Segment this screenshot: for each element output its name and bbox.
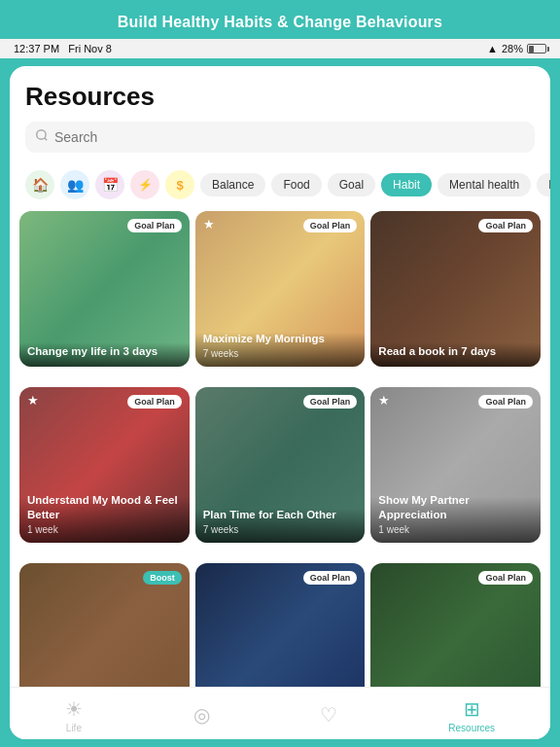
status-right: ▲ 28% bbox=[487, 43, 546, 54]
nav-icon-2: ◎ bbox=[193, 703, 210, 727]
bottom-nav: ☀ Life ◎ ♡ ⊞ Resources bbox=[10, 687, 550, 739]
card-2[interactable]: Maximize My Mornings 7 weeks Goal Plan ★ bbox=[195, 211, 366, 367]
card-2-star[interactable]: ★ bbox=[203, 217, 215, 231]
nav-resources-label: Resources bbox=[448, 723, 495, 733]
resources-nav-icon: ⊞ bbox=[464, 697, 480, 721]
card-5-title: Plan Time for Each Other bbox=[203, 508, 358, 522]
filter-chip-food[interactable]: Food bbox=[271, 173, 321, 196]
svg-point-0 bbox=[37, 130, 46, 139]
life-icon: ☀ bbox=[65, 697, 83, 721]
card-5[interactable]: Plan Time for Each Other 7 weeks Goal Pl… bbox=[195, 387, 366, 543]
top-header: Build Healthy Habits & Change Behaviours bbox=[0, 0, 560, 39]
card-6[interactable]: Show My Partner Appreciation 1 week Goal… bbox=[370, 387, 541, 543]
card-6-badge: Goal Plan bbox=[478, 395, 533, 409]
filter-home-icon[interactable]: 🏠 bbox=[25, 170, 54, 199]
card-5-badge: Goal Plan bbox=[303, 395, 358, 409]
card-9-badge: Goal Plan bbox=[478, 571, 533, 585]
card-5-duration: 7 weeks bbox=[203, 524, 358, 535]
card-3[interactable]: Read a book in 7 days Goal Plan bbox=[370, 211, 541, 367]
card-3-badge: Goal Plan bbox=[478, 219, 533, 232]
card-1-badge: Goal Plan bbox=[127, 219, 182, 232]
card-1[interactable]: Change my life in 3 days Goal Plan bbox=[19, 211, 190, 367]
filter-chip-balance[interactable]: Balance bbox=[200, 173, 265, 196]
filter-activity-icon[interactable]: ⚡ bbox=[130, 170, 159, 199]
card-6-duration: 1 week bbox=[378, 524, 533, 535]
card-2-title: Maximize My Mornings bbox=[203, 332, 358, 346]
card-4[interactable]: Understand My Mood & Feel Better 1 week … bbox=[19, 387, 190, 543]
card-4-duration: 1 week bbox=[27, 524, 182, 535]
grid-container: Change my life in 3 days Goal Plan Maxim… bbox=[10, 205, 550, 739]
resources-title: Resources bbox=[25, 82, 535, 112]
nav-item-3[interactable]: ♡ bbox=[312, 701, 345, 730]
wifi-icon: ▲ bbox=[487, 43, 498, 54]
nav-item-2[interactable]: ◎ bbox=[186, 701, 218, 730]
battery-icon bbox=[527, 44, 546, 53]
search-bar[interactable] bbox=[25, 122, 535, 153]
card-4-title: Understand My Mood & Feel Better bbox=[27, 493, 182, 522]
resources-header: Resources bbox=[10, 66, 550, 160]
filter-chip-goal[interactable]: Goal bbox=[328, 173, 375, 196]
nav-life-label: Life bbox=[66, 723, 82, 733]
filter-calendar-icon[interactable]: 📅 bbox=[95, 170, 124, 199]
svg-line-1 bbox=[45, 138, 48, 141]
card-2-duration: 7 weeks bbox=[203, 348, 358, 359]
card-6-star[interactable]: ★ bbox=[378, 393, 390, 408]
search-icon bbox=[35, 128, 49, 146]
main-card: Resources 🏠 👥 📅 ⚡ $ Balance Food Goal Ha… bbox=[10, 66, 550, 739]
filter-dollar-icon[interactable]: $ bbox=[165, 170, 194, 199]
card-3-title: Read a book in 7 days bbox=[378, 344, 533, 359]
nav-icon-3: ♡ bbox=[320, 703, 337, 727]
card-1-title: Change my life in 3 days bbox=[27, 344, 182, 359]
filter-chip-habit[interactable]: Habit bbox=[381, 173, 432, 196]
filter-chip-mental-health[interactable]: Mental health bbox=[438, 173, 531, 196]
battery-percentage: 28% bbox=[502, 43, 523, 54]
card-8-badge: Goal Plan bbox=[303, 571, 358, 585]
card-4-star[interactable]: ★ bbox=[27, 393, 39, 408]
status-bar: 12:37 PM Fri Nov 8 ▲ 28% bbox=[0, 39, 560, 58]
card-4-badge: Goal Plan bbox=[127, 395, 182, 409]
nav-life[interactable]: ☀ Life bbox=[57, 695, 90, 735]
card-6-title: Show My Partner Appreciation bbox=[378, 493, 533, 522]
search-input[interactable] bbox=[54, 129, 525, 145]
app-title: Build Healthy Habits & Change Behaviours bbox=[118, 14, 442, 30]
filter-chip-mindfulness[interactable]: Mindfulness bbox=[537, 173, 550, 196]
card-2-badge: Goal Plan bbox=[303, 219, 358, 232]
filter-row: 🏠 👥 📅 ⚡ $ Balance Food Goal Habit Mental… bbox=[10, 160, 550, 205]
status-time: 12:37 PM Fri Nov 8 bbox=[14, 43, 112, 54]
filter-people-icon[interactable]: 👥 bbox=[60, 170, 89, 199]
card-7-badge: Boost bbox=[143, 571, 182, 585]
nav-resources[interactable]: ⊞ Resources bbox=[440, 695, 503, 735]
